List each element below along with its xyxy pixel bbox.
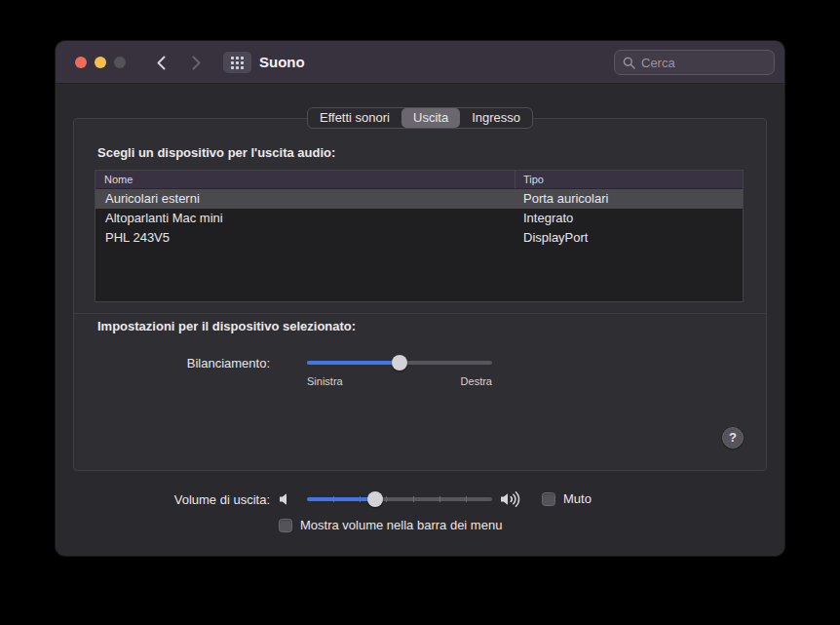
chevron-right-icon xyxy=(186,53,206,72)
device-name: Altoparlanti Mac mini xyxy=(95,209,515,228)
show-volume-menubar-checkbox[interactable] xyxy=(279,519,292,532)
device-type: Integrato xyxy=(515,209,743,228)
balance-left-label: Sinistra xyxy=(307,375,343,387)
slider-tick xyxy=(466,496,467,502)
grid-icon xyxy=(231,57,244,69)
zoom-button[interactable] xyxy=(114,57,126,68)
volume-slider[interactable] xyxy=(307,491,492,507)
device-type: Porta auricolari xyxy=(515,189,743,209)
tab-bar: Effetti sonori Uscita Ingresso xyxy=(307,107,533,129)
selected-device-settings-heading: Impostazioni per il dispositivo selezion… xyxy=(97,319,356,333)
column-header-tipo: Tipo xyxy=(515,171,743,188)
window-title: Suono xyxy=(259,41,305,84)
tab-uscita[interactable]: Uscita xyxy=(401,108,460,128)
device-type: DisplayPort xyxy=(515,228,743,248)
tab-effetti-sonori[interactable]: Effetti sonori xyxy=(308,108,401,128)
search-input[interactable] xyxy=(641,56,766,70)
sound-preferences-window: Suono Effetti sonori Uscita Ingresso Sce… xyxy=(56,41,784,556)
balance-slider-thumb[interactable] xyxy=(392,355,407,371)
slider-tick xyxy=(386,496,387,502)
device-name: PHL 243V5 xyxy=(95,228,515,248)
search-icon xyxy=(623,57,635,69)
slider-tick xyxy=(439,496,440,502)
help-button[interactable]: ? xyxy=(722,427,744,449)
show-all-button[interactable] xyxy=(223,52,251,73)
table-row[interactable]: PHL 243V5 DisplayPort xyxy=(95,228,743,248)
output-devices-heading: Scegli un dispositivo per l'uscita audio… xyxy=(97,145,335,160)
balance-label: Bilanciamento: xyxy=(56,356,270,371)
mute-checkbox[interactable] xyxy=(542,492,555,506)
device-table: Nome Tipo Auricolari esterni Porta auric… xyxy=(95,170,744,302)
forward-button[interactable] xyxy=(186,53,206,72)
tab-ingresso[interactable]: Ingresso xyxy=(460,108,532,128)
device-name: Auricolari esterni xyxy=(95,189,515,209)
preferences-content: Effetti sonori Uscita Ingresso Scegli un… xyxy=(56,84,784,556)
volume-low-icon xyxy=(277,491,292,511)
titlebar[interactable]: Suono xyxy=(56,41,784,84)
volume-high-icon xyxy=(500,490,525,512)
volume-slider-fill xyxy=(307,497,375,501)
table-row[interactable]: Altoparlanti Mac mini Integrato xyxy=(95,209,743,228)
chevron-left-icon xyxy=(152,53,172,72)
section-divider xyxy=(74,313,766,314)
minimize-button[interactable] xyxy=(95,57,106,68)
balance-slider[interactable] xyxy=(307,355,492,371)
balance-scale-labels: Sinistra Destra xyxy=(307,375,492,387)
table-row[interactable]: Auricolari esterni Porta auricolari xyxy=(95,189,743,209)
close-button[interactable] xyxy=(75,57,87,68)
back-button[interactable] xyxy=(152,53,172,72)
slider-tick xyxy=(413,496,414,502)
device-table-header: Nome Tipo xyxy=(95,171,743,189)
show-volume-menubar-label[interactable]: Mostra volume nella barra dei menu xyxy=(300,519,502,532)
mute-label[interactable]: Muto xyxy=(563,492,592,506)
balance-slider-fill xyxy=(307,361,400,365)
volume-slider-thumb[interactable] xyxy=(367,491,383,507)
balance-right-label: Destra xyxy=(461,375,492,387)
output-volume-label: Volume di uscita: xyxy=(56,492,270,507)
search-field[interactable] xyxy=(614,50,775,75)
column-header-nome: Nome xyxy=(95,171,515,188)
